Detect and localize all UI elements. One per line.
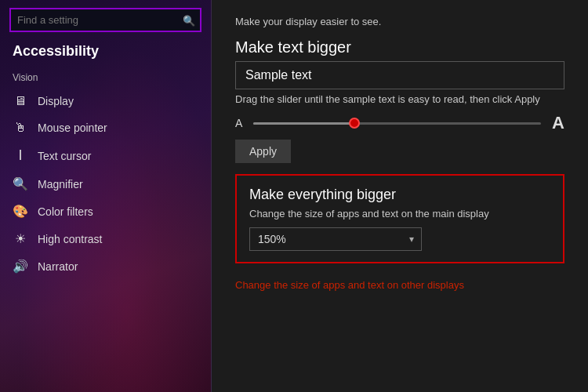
- sidebar-section-vision: Vision: [0, 69, 211, 88]
- sidebar-item-label: Color filters: [38, 205, 93, 218]
- everything-bigger-desc: Change the size of apps and text on the …: [249, 208, 550, 220]
- sidebar-item-mouse-pointer[interactable]: 🖱 Mouse pointer: [0, 114, 211, 141]
- slider-row: A A: [235, 113, 564, 133]
- main-content: Make your display easier to see. Make te…: [212, 0, 588, 392]
- sidebar-item-display[interactable]: 🖥 Display: [0, 88, 211, 114]
- magnifier-icon: 🔍: [13, 176, 28, 191]
- everything-bigger-title: Make everything bigger: [249, 187, 550, 203]
- display-icon: 🖥: [13, 94, 28, 108]
- slider-description: Drag the slider until the sample text is…: [235, 93, 564, 107]
- slider-min-label: A: [235, 117, 242, 129]
- slider-thumb[interactable]: [349, 118, 360, 129]
- sidebar-item-label: Mouse pointer: [38, 122, 107, 134]
- text-cursor-icon: I: [13, 147, 28, 164]
- text-bigger-section: Make text bigger Sample text Drag the sl…: [235, 38, 564, 163]
- sidebar-item-label: Narrator: [38, 260, 78, 273]
- narrator-icon: 🔊: [13, 259, 28, 274]
- sidebar-item-narrator[interactable]: 🔊 Narrator: [0, 252, 211, 280]
- high-contrast-icon: ☀: [13, 231, 28, 246]
- page-subtitle: Make your display easier to see.: [235, 16, 564, 27]
- sidebar-item-label: Text cursor: [38, 150, 91, 162]
- sidebar-item-high-contrast[interactable]: ☀ High contrast: [0, 225, 211, 252]
- other-displays-link[interactable]: Change the size of apps and text on othe…: [235, 279, 564, 291]
- slider-max-label: A: [552, 113, 564, 133]
- search-box[interactable]: 🔍: [9, 8, 201, 32]
- sidebar-item-text-cursor[interactable]: I Text cursor: [0, 141, 211, 170]
- sidebar-item-color-filters[interactable]: 🎨 Color filters: [0, 198, 211, 225]
- sidebar: 🔍 Accessibility Vision 🖥 Display 🖱 Mouse…: [0, 0, 212, 392]
- search-icon: 🔍: [183, 14, 195, 26]
- sidebar-item-label: Magnifier: [38, 178, 83, 191]
- everything-bigger-section: Make everything bigger Change the size o…: [235, 174, 564, 263]
- slider-fill: [253, 122, 354, 125]
- text-size-slider[interactable]: [253, 122, 541, 125]
- sidebar-item-label: High contrast: [38, 233, 102, 245]
- sidebar-item-magnifier[interactable]: 🔍 Magnifier: [0, 170, 211, 198]
- sidebar-title: Accessibility: [0, 38, 211, 69]
- mouse-pointer-icon: 🖱: [13, 121, 28, 135]
- search-input[interactable]: [9, 8, 201, 32]
- apply-button[interactable]: Apply: [235, 140, 291, 163]
- color-filters-icon: 🎨: [13, 204, 28, 219]
- sidebar-item-label: Display: [38, 95, 74, 107]
- scale-dropdown-wrapper[interactable]: 100% 125% 150% 175% 200% ▾: [249, 227, 422, 251]
- text-bigger-title: Make text bigger: [235, 38, 564, 56]
- scale-dropdown[interactable]: 100% 125% 150% 175% 200%: [249, 227, 422, 251]
- sample-text: Sample text: [235, 61, 564, 89]
